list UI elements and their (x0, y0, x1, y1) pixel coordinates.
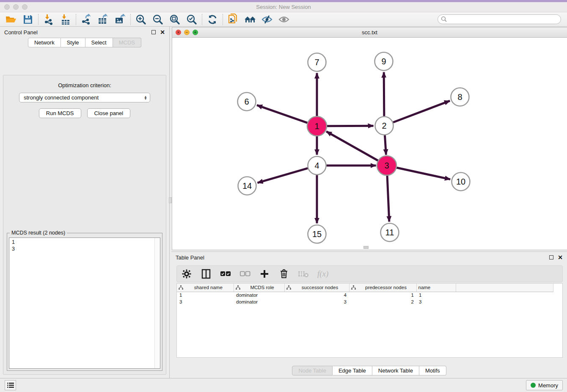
search-input[interactable] (438, 14, 561, 24)
cell-predecessor-nodes[interactable]: 1 (349, 292, 416, 298)
delete-icon[interactable] (278, 268, 289, 279)
network-window-titlebar[interactable]: × − + scc.txt (172, 28, 567, 38)
network-node-8[interactable]: 8 (451, 88, 469, 106)
node-label: 14 (242, 181, 252, 190)
close-table-panel-icon[interactable]: ✕ (558, 255, 563, 259)
zoom-out-icon[interactable] (149, 13, 166, 26)
network-node-7[interactable]: 7 (308, 53, 326, 72)
gear-icon[interactable] (181, 268, 192, 279)
add-column-icon[interactable] (259, 268, 270, 279)
table-row[interactable]: 1dominator411 (177, 292, 553, 298)
zoom-fit-icon[interactable] (166, 13, 183, 26)
export-network-icon[interactable] (78, 13, 95, 26)
import-network-icon[interactable] (40, 13, 57, 26)
close-panel-icon[interactable]: ✕ (160, 30, 165, 34)
tab-motifs[interactable]: Motifs (419, 366, 446, 375)
cell-successor-nodes[interactable]: 4 (284, 292, 349, 298)
splitter-grip[interactable] (169, 197, 172, 203)
result-scrollbar[interactable] (154, 238, 160, 368)
toolbar-separator (202, 14, 202, 25)
select-all-icon[interactable] (220, 268, 231, 279)
cell-shared-name[interactable]: 3 (177, 298, 234, 305)
edge-4-14[interactable] (257, 168, 308, 183)
delete-table-icon[interactable] (298, 268, 309, 279)
cell-mcds-role[interactable]: dominator (234, 292, 284, 298)
open-folder-icon[interactable] (3, 13, 19, 26)
edge-2-8[interactable] (393, 101, 450, 122)
float-panel-icon[interactable] (151, 30, 156, 34)
import-table-icon[interactable] (57, 13, 74, 26)
network-view-window: × − + scc.txt 7968124314101511 (172, 27, 567, 250)
edge-2-3[interactable] (385, 135, 386, 155)
mcds-result-list[interactable]: 13 (9, 237, 160, 369)
cell-mcds-role[interactable]: dominator (234, 298, 284, 305)
network-resize-grip[interactable] (363, 246, 369, 249)
edge-1-6[interactable] (257, 105, 308, 123)
cell-name[interactable]: 3 (416, 298, 456, 305)
column-header-successor-nodes[interactable]: successor nodes (284, 284, 349, 292)
column-header-name[interactable]: name (416, 284, 456, 292)
network-node-2[interactable]: 2 (375, 117, 394, 135)
mcds-panel-body: Optimization criterion: strongly connect… (3, 75, 166, 375)
column-header-shared-name[interactable]: shared name (177, 284, 234, 292)
tab-style[interactable]: Style (61, 38, 85, 47)
memory-label: Memory (538, 382, 558, 389)
network-node-11[interactable]: 11 (381, 224, 399, 242)
cell-predecessor-nodes[interactable]: 2 (349, 298, 416, 305)
main-toolbar (0, 12, 567, 27)
network-node-1[interactable]: 1 (307, 116, 327, 136)
export-table-icon[interactable] (95, 13, 112, 26)
table-row[interactable]: 3dominator323 (177, 298, 553, 305)
column-header-filler (456, 284, 553, 292)
tab-select[interactable]: Select (85, 38, 113, 47)
tab-edge-table[interactable]: Edge Table (333, 366, 372, 375)
tab-network[interactable]: Network (28, 38, 61, 47)
run-mcds-button[interactable]: Run MCDS (39, 108, 81, 118)
network-node-6[interactable]: 6 (238, 93, 256, 111)
node-label: 1 (314, 121, 319, 131)
memory-button[interactable]: Memory (526, 380, 563, 390)
tab-mcds[interactable]: MCDS (113, 38, 141, 47)
table-tabs: Node TableEdge TableNetwork TableMotifs (292, 366, 446, 375)
network-node-9[interactable]: 9 (375, 52, 393, 71)
float-table-panel-icon[interactable] (549, 255, 553, 259)
edge-3-1[interactable] (326, 132, 378, 161)
node-label: 8 (457, 92, 462, 102)
node-label: 2 (382, 121, 386, 130)
toolbar-separator (130, 14, 131, 25)
network-node-14[interactable]: 14 (238, 177, 256, 195)
edge-2-9[interactable] (384, 72, 384, 116)
network-node-15[interactable]: 15 (308, 225, 326, 243)
criterion-dropdown[interactable]: strongly connected component ▲▼ (19, 93, 150, 102)
zoom-selected-icon[interactable] (183, 13, 200, 26)
task-history-button[interactable] (5, 380, 16, 390)
cell-name[interactable]: 1 (416, 292, 456, 298)
edge-3-11[interactable] (387, 175, 389, 221)
column-header-predecessor-nodes[interactable]: predecessor nodes (349, 284, 416, 292)
close-panel-button[interactable]: Close panel (87, 108, 131, 118)
cell-shared-name[interactable]: 1 (177, 292, 234, 298)
export-image-icon[interactable] (112, 13, 129, 26)
network-node-4[interactable]: 4 (308, 157, 326, 175)
tab-network-table[interactable]: Network Table (372, 366, 419, 375)
tab-node-table[interactable]: Node Table (292, 366, 333, 375)
save-session-icon[interactable] (19, 13, 36, 26)
show-eye-icon[interactable] (275, 13, 292, 26)
toolbar-separator (38, 14, 39, 25)
network-node-10[interactable]: 10 (452, 173, 470, 191)
edge-1-2[interactable] (326, 126, 373, 126)
node-table[interactable]: shared nameMCDS rolesuccessor nodesprede… (176, 283, 563, 358)
column-header-mcds-role[interactable]: MCDS role (234, 284, 284, 292)
node-label: 10 (456, 177, 465, 186)
unselect-all-icon[interactable] (239, 268, 250, 279)
home-layout-icon[interactable] (242, 13, 259, 26)
network-canvas[interactable]: 7968124314101511 (172, 38, 567, 250)
refresh-icon[interactable] (204, 13, 221, 26)
cell-successor-nodes[interactable]: 3 (284, 298, 349, 305)
clone-network-icon[interactable] (225, 13, 242, 26)
zoom-in-icon[interactable] (132, 13, 149, 26)
columns-icon[interactable] (201, 268, 212, 279)
network-node-3[interactable]: 3 (377, 156, 396, 175)
hide-eye-icon[interactable] (259, 13, 275, 26)
edge-3-10[interactable] (396, 168, 450, 179)
